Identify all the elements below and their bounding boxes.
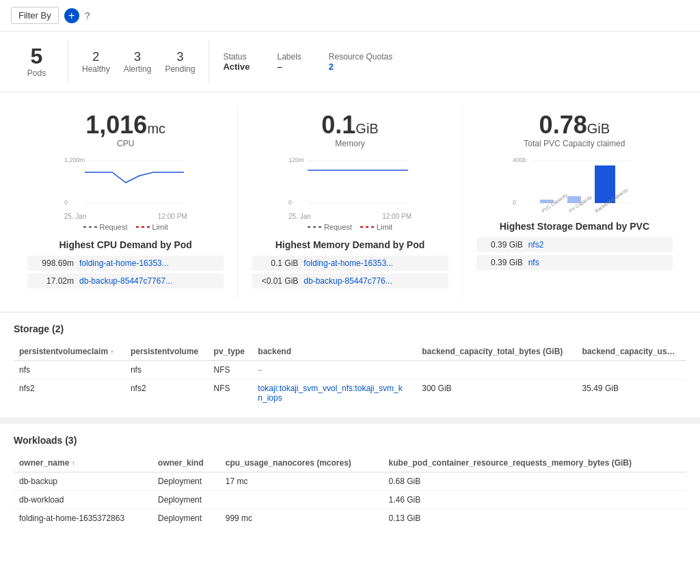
request-dash [83,226,97,228]
workloads-table-scroll[interactable]: owner_name ↑ owner_kind cpu_usage_nanoco… [14,454,686,527]
cpu-demand-link-1[interactable]: folding-at-home-16353... [79,258,218,268]
pvc-name: Total PVC Capacity claimed [524,139,625,148]
workload-row-1: db-backup Deployment 17 mc 0.68 GiB [14,472,686,491]
col-owner-kind[interactable]: owner_kind [152,454,220,472]
quotas-value[interactable]: 2 [329,62,392,72]
storage-demand-link-1[interactable]: nfs2 [528,240,667,250]
alerting-item: 3 Alerting [124,50,152,74]
workload-memory-3: 0.13 GiB [383,509,686,528]
memory-legend: Request Limit [308,223,392,231]
storage-demand-link-2[interactable]: nfs [528,258,667,267]
workload-name-1: db-backup [14,472,152,491]
cpu-demand-row-1: 998.69m folding-at-home-16353... [27,256,224,271]
backend-link-2[interactable]: tokaji:tokaji_svm_vvol_nfs:tokaji_svm_kn… [258,384,402,403]
quotas-label: Resource Quotas [329,52,392,62]
cpu-chart-labels: 25. Jan 12:00 PM [64,213,187,220]
status-label: Status [223,52,250,62]
storage-table-header: persistentvolumeclaim ↑ persistentvolume… [14,343,686,361]
healthy-item: 2 Healthy [82,50,110,74]
storage-table: persistentvolumeclaim ↑ persistentvolume… [14,343,686,407]
col-pv[interactable]: persistentvolume [125,343,208,361]
memory-x2: 12:00 PM [382,213,412,220]
storage-section: Storage (2) persistentvolumeclaim ↑ pers… [0,312,700,418]
storage-pvc-2: nfs2 [14,379,125,407]
sort-icon-owner: ↑ [72,459,75,467]
cpu-name: CPU [117,139,134,148]
storage-pvc-1: nfs [14,361,125,379]
col-backend[interactable]: backend [252,343,416,361]
cpu-demand-link-2[interactable]: db-backup-85447c7767... [79,276,218,286]
workload-kind-3: Deployment [152,509,220,528]
pvc-unit: GiB [587,121,610,137]
storage-capacity-used-2: 35.49 GiB [577,379,686,407]
storage-pv-2: nfs2 [125,379,208,407]
cpu-demand-val-2: 17.02m [33,276,74,286]
top-bar: Filter By + ? [0,0,700,31]
workload-kind-2: Deployment [152,491,220,509]
health-stats: 2 Healthy 3 Alerting 3 Pending [68,40,209,83]
storage-title: Storage (2) [14,323,686,334]
svg-text:0: 0 [64,199,68,206]
memory-limit-dash [360,226,374,228]
memory-chart: 120m 0 [288,155,412,210]
col-memory-requests[interactable]: kube_pod_container_resource_requests_mem… [383,454,686,472]
cpu-chart: 1,200m 0 [64,155,187,210]
workloads-section: Workloads (3) owner_name ↑ owner_kind cp… [0,424,700,538]
pods-count: 5 [31,45,43,67]
status-value: Active [223,62,250,72]
storage-backend-2: tokaji:tokaji_svm_vvol_nfs:tokaji_svm_kn… [252,379,416,407]
cpu-demand-title: Highest CPU Demand by Pod [59,239,191,250]
col-cpu-usage[interactable]: cpu_usage_nanocores (mcores) [220,454,383,472]
cpu-demand-row-2: 17.02m db-backup-85447c7767... [27,273,224,289]
limit-dash [136,226,150,228]
col-owner-name[interactable]: owner_name ↑ [14,454,152,472]
workload-cpu-1: 17 mc [220,472,383,491]
memory-chart-labels: 25. Jan 12:00 PM [288,213,412,220]
memory-request-dash [308,226,321,228]
memory-demand-link-2[interactable]: db-backup-85447c776... [304,276,442,286]
storage-pvtype-2: NFS [208,379,253,407]
memory-demand-rows: 0.1 GiB folding-at-home-16353... <0.01 G… [252,256,448,291]
memory-demand-row-2: <0.01 GiB db-backup-85447c776... [252,273,448,289]
workload-row-3: folding-at-home-1635372863 Deployment 99… [14,509,686,528]
memory-demand-title: Highest Memory Demand by Pod [275,239,425,250]
filter-by-button[interactable]: Filter By [11,7,59,24]
meta-block: Status Active Labels – Resource Quotas 2 [209,40,406,83]
workloads-table-header: owner_name ↑ owner_kind cpu_usage_nanoco… [14,454,686,472]
storage-capacity-2: 300 GiB [416,379,576,407]
cpu-x1: 25. Jan [64,213,87,220]
cpu-limit-legend: Limit [136,223,168,231]
storage-pv-1: nfs [125,361,208,379]
col-pvtype[interactable]: pv_type [208,343,253,361]
svg-text:400b: 400b [513,157,526,163]
add-button[interactable]: + [64,8,79,23]
memory-name: Memory [335,139,364,148]
memory-demand-link-1[interactable]: folding-at-home-16353... [304,258,442,268]
col-pvc[interactable]: persistentvolumeclaim ↑ [14,343,125,361]
workload-cpu-3: 999 mc [220,509,383,528]
cpu-value: 1,016 [85,113,147,137]
storage-demand-title: Highest Storage Demand by PVC [500,221,649,232]
memory-x1: 25. Jan [288,213,311,220]
memory-demand-val-2: <0.01 GiB [257,276,298,286]
cpu-demand-val-1: 998.69m [33,258,74,268]
pending-item: 3 Pending [165,50,195,74]
col-capacity[interactable]: backend_capacity_total_bytes (GiB) [416,343,576,361]
workload-memory-1: 0.68 GiB [383,472,686,491]
labels-label: Labels [277,52,301,62]
storage-table-scroll[interactable]: persistentvolumeclaim ↑ persistentvolume… [14,343,686,407]
pvc-value-group: 0.78 GiB [539,113,610,137]
help-button[interactable]: ? [85,10,90,21]
workload-name-3: folding-at-home-1635372863 [14,509,152,528]
cpu-x2: 12:00 PM [158,213,187,220]
memory-limit-legend: Limit [360,223,392,231]
alerting-count: 3 [134,50,141,64]
pods-block: 5 Pods [14,40,68,83]
alerting-label: Alerting [124,64,152,74]
storage-backend-1: – [252,361,416,379]
storage-row-1: nfs nfs NFS – [14,361,686,379]
storage-capacity-1 [416,361,576,379]
col-capacity-used[interactable]: backend_capacity_us… [577,343,686,361]
cpu-value-group: 1,016 mc [85,113,165,137]
storage-row-2: nfs2 nfs2 NFS tokaji:tokaji_svm_vvol_nfs… [14,379,686,407]
